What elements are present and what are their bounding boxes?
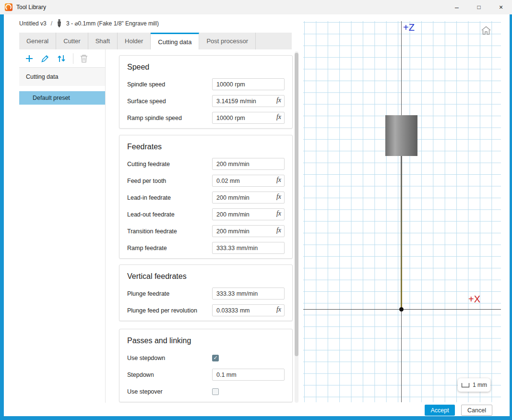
- breadcrumb-document: Untitled v3: [19, 20, 47, 27]
- field-row: Lead-in feedrate fx: [127, 189, 285, 206]
- field-row: Spindle speed: [127, 76, 285, 93]
- field-row: Transition feedrate fx: [127, 223, 285, 240]
- preset-group-header[interactable]: Cutting data: [19, 68, 105, 86]
- field-label: Plunge feed per revolution: [127, 307, 212, 314]
- plunge-feed-per-revolution-input[interactable]: [212, 304, 285, 316]
- field-label: Lead-in feedrate: [127, 194, 212, 201]
- field-row: Plunge feedrate: [127, 285, 285, 302]
- scale-bracket-icon: [461, 383, 470, 388]
- ramp-feedrate-input[interactable]: [212, 242, 285, 254]
- scale-label: 1 mm: [473, 382, 487, 388]
- field-label: Ramp feedrate: [127, 245, 212, 252]
- preset-toolbar: [19, 49, 105, 68]
- tool-shaft-graphic: [401, 156, 402, 309]
- speed-section: Speed Spindle speed Surface speed fx Ram…: [119, 55, 293, 129]
- field-row: Use stepover: [127, 383, 285, 400]
- fx-expression-icon[interactable]: fx: [276, 210, 281, 217]
- accept-button[interactable]: Accept: [425, 405, 455, 416]
- field-row: Cutting feedrate: [127, 156, 285, 172]
- tab-general[interactable]: General: [19, 33, 56, 49]
- section-title-speed: Speed: [127, 61, 285, 73]
- maximize-button[interactable]: □: [468, 0, 490, 14]
- field-row: Use stepdown ✓: [127, 349, 285, 366]
- fx-expression-icon[interactable]: fx: [276, 227, 281, 234]
- window-border-bottom: [0, 416, 512, 420]
- use-stepover-checkbox[interactable]: [212, 388, 219, 395]
- breadcrumb-separator: /: [51, 20, 52, 27]
- tab-cutter[interactable]: Cutter: [56, 33, 88, 49]
- fx-expression-icon[interactable]: fx: [276, 193, 281, 201]
- scale-indicator: 1 mm: [458, 378, 490, 392]
- up-down-arrows-icon: [56, 54, 67, 63]
- tab-post-processor[interactable]: Post processor: [199, 33, 256, 49]
- cancel-button[interactable]: Cancel: [461, 405, 492, 416]
- breadcrumb: Untitled v3 / 3 - ⌀0.1mm (Fake 1/8" Engr…: [19, 18, 159, 29]
- stepdown-input[interactable]: [212, 369, 285, 381]
- feed-per-tooth-input[interactable]: [212, 175, 285, 187]
- window-border-right: [510, 14, 512, 420]
- transition-feedrate-input[interactable]: [212, 225, 285, 237]
- fx-expression-icon[interactable]: fx: [276, 113, 281, 121]
- lead-in-feedrate-input[interactable]: [212, 192, 285, 204]
- window-title: Tool Library: [16, 4, 46, 11]
- form-scrollbar[interactable]: [295, 51, 298, 403]
- field-label: Surface speed: [127, 98, 212, 105]
- surface-speed-input[interactable]: [212, 95, 285, 107]
- lead-out-feedrate-input[interactable]: [212, 208, 285, 220]
- tab-cutting-data[interactable]: Cutting data: [151, 33, 199, 49]
- field-label: Plunge feedrate: [127, 290, 212, 297]
- cutting-feedrate-input[interactable]: [212, 158, 285, 170]
- preset-panel: Cutting data Default preset: [19, 49, 106, 403]
- section-title-passes: Passes and linking: [127, 335, 285, 347]
- x-axis-label: +X: [468, 294, 480, 305]
- fx-expression-icon[interactable]: fx: [276, 176, 281, 184]
- tool-shank-graphic: [385, 115, 417, 156]
- close-button[interactable]: ×: [490, 0, 512, 14]
- field-label: Transition feedrate: [127, 228, 212, 235]
- fx-expression-icon[interactable]: fx: [276, 96, 281, 104]
- fusion-logo-icon: [5, 3, 12, 11]
- end-mill-icon: [57, 19, 62, 28]
- tab-bar: General Cutter Shaft Holder Cutting data…: [19, 33, 292, 49]
- home-icon: [481, 26, 491, 35]
- section-title-vertical-feedrates: Vertical feedrates: [127, 271, 285, 282]
- delete-preset-button[interactable]: [80, 54, 88, 63]
- field-label: Lead-out feedrate: [127, 211, 212, 218]
- plunge-feedrate-input[interactable]: [212, 288, 285, 300]
- tool-preview: +Z +X 1 mm: [303, 21, 501, 402]
- feedrates-section: Feedrates Cutting feedrate Feed per toot…: [119, 135, 293, 259]
- field-label: Feed per tooth: [127, 178, 212, 184]
- add-preset-button[interactable]: [24, 54, 34, 63]
- field-row: Surface speed fx: [127, 93, 285, 109]
- section-title-feedrates: Feedrates: [127, 141, 285, 153]
- edit-preset-button[interactable]: [40, 54, 50, 63]
- ramp-spindle-speed-input[interactable]: [212, 112, 285, 124]
- toolbar-divider: [73, 53, 73, 64]
- z-axis-label: +Z: [403, 22, 415, 33]
- use-stepdown-checkbox[interactable]: ✓: [212, 355, 219, 361]
- origin-point: [399, 307, 404, 312]
- pencil-icon: [40, 54, 50, 63]
- window-controls: – □ ×: [446, 0, 512, 14]
- field-row: Ramp spindle speed fx: [127, 109, 285, 126]
- preset-list-gap: [19, 86, 105, 91]
- field-row: Lead-out feedrate fx: [127, 206, 285, 223]
- field-label: Stepdown: [127, 372, 212, 378]
- field-label: Use stepover: [127, 388, 212, 395]
- field-label: Use stepdown: [127, 355, 212, 361]
- spindle-speed-input[interactable]: [212, 78, 285, 90]
- title-bar: Tool Library – □ ×: [0, 0, 512, 14]
- minimize-button[interactable]: –: [446, 0, 468, 14]
- tab-shaft[interactable]: Shaft: [88, 33, 118, 49]
- field-row: Ramp feedrate: [127, 240, 285, 256]
- preset-item-default[interactable]: Default preset: [19, 91, 105, 105]
- passes-and-linking-section: Passes and linking Use stepdown ✓ Stepdo…: [119, 329, 293, 402]
- fx-expression-icon[interactable]: fx: [276, 306, 281, 313]
- field-row: Stepdown: [127, 366, 285, 383]
- home-view-button[interactable]: [481, 26, 491, 37]
- tab-holder[interactable]: Holder: [118, 33, 151, 49]
- trash-icon: [80, 54, 88, 63]
- scrollbar-thumb[interactable]: [295, 53, 298, 356]
- checkmark-icon: ✓: [213, 355, 217, 360]
- reorder-preset-button[interactable]: [56, 54, 67, 63]
